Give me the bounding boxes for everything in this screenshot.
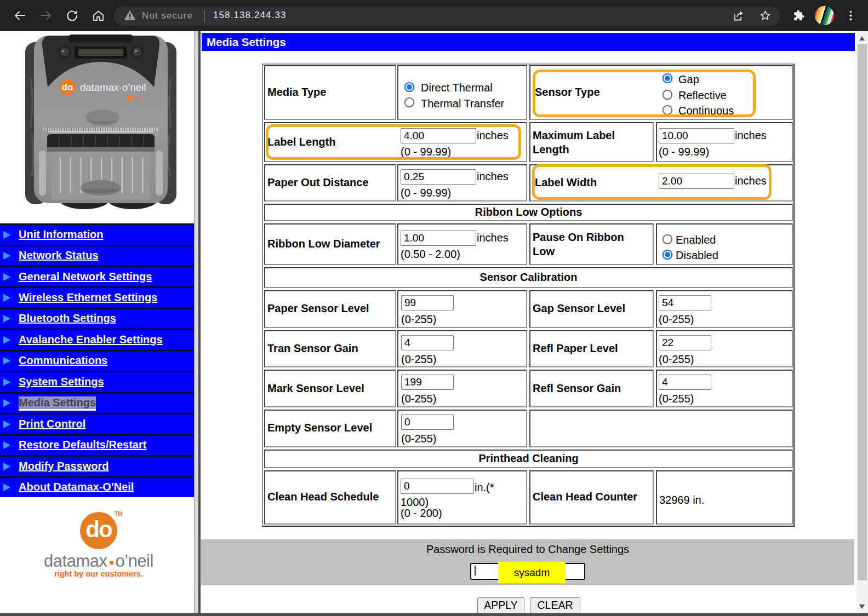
svg-text:RL4: RL4 bbox=[125, 94, 141, 103]
svg-text:datamax·o’neil: datamax·o’neil bbox=[80, 82, 146, 93]
svg-text:do: do bbox=[62, 82, 73, 93]
